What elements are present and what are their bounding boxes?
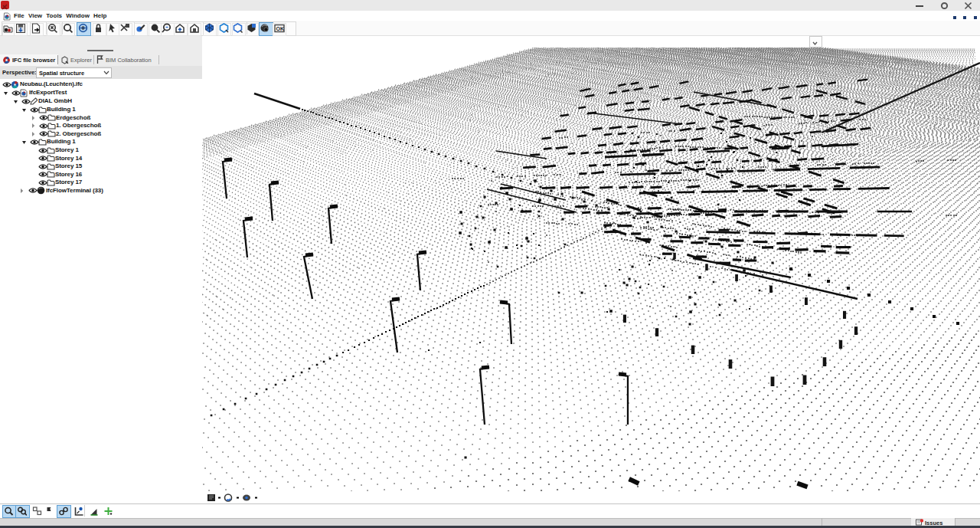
svg-text:OK: OK [276,26,284,31]
